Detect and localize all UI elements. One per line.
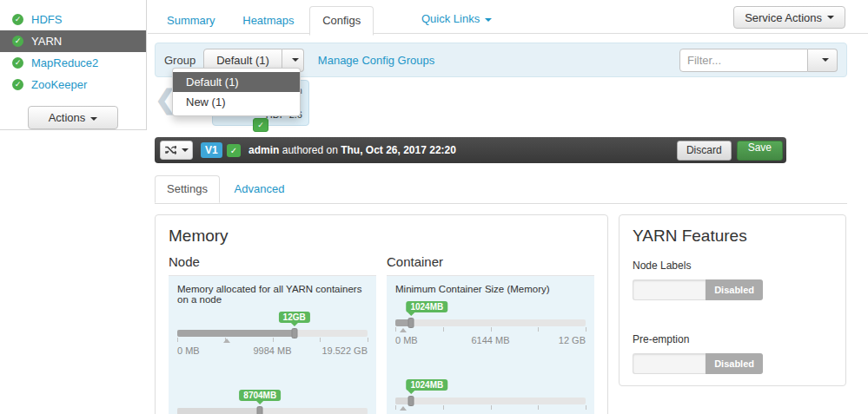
- service-health-ok-icon: [12, 14, 23, 25]
- version-authored-text: admin authored on Thu, Oct 26, 2017 22:2…: [248, 144, 456, 156]
- caret-down-icon: [182, 148, 189, 152]
- container-column: Container Minimum Container Size (Memory…: [387, 254, 594, 414]
- tab-configs[interactable]: Configs: [309, 6, 374, 36]
- actions-dropdown-button[interactable]: Actions: [28, 106, 118, 129]
- node-column: Node Memory allocated for all YARN conta…: [169, 254, 376, 414]
- yarn-features-panel: YARN Features Node Labels Disabled Pre-e…: [619, 214, 846, 386]
- toggle-state-label: Disabled: [706, 279, 763, 300]
- authored-on-text: authored on: [282, 144, 338, 156]
- container-size-slider: 1024MB 0 MB 6144 M: [395, 301, 586, 352]
- slider-tick: [395, 405, 396, 410]
- current-version-check-icon: [253, 118, 268, 132]
- sidebar-item-mapreduce2[interactable]: MapReduce2: [0, 52, 146, 74]
- slider-tick: [368, 338, 368, 342]
- compare-versions-button[interactable]: [160, 141, 193, 160]
- authored-date: Thu, Oct 26, 2017 22:20: [341, 144, 456, 156]
- container-config-box: Minimum Container Size (Memory) 1024MB: [387, 276, 594, 414]
- author-name: admin: [248, 144, 279, 156]
- default-value-marker: [400, 328, 407, 332]
- config-tab-bar: Settings Advanced: [155, 175, 847, 204]
- sidebar-item-label: ZooKeeper: [31, 78, 87, 91]
- slider-value-badge: 8704MB: [239, 390, 281, 401]
- service-tab-bar: Summary Heatmaps Configs Quick Links Ser…: [148, 0, 868, 34]
- node-column-title: Node: [169, 254, 376, 276]
- slider-track[interactable]: [395, 319, 586, 326]
- version-info-bar: V1 admin authored on Thu, Oct 26, 2017 2…: [155, 137, 786, 163]
- slider-fill: [177, 408, 260, 414]
- caret-down-icon: [292, 58, 299, 62]
- slider-handle[interactable]: [408, 318, 414, 328]
- sidebar-item-hdfs[interactable]: HDFS: [0, 9, 146, 30]
- tab-advanced[interactable]: Advanced: [223, 176, 296, 202]
- caret-down-icon: [485, 18, 492, 22]
- toggle-state-label: Disabled: [706, 353, 763, 374]
- pre-emption-toggle[interactable]: Disabled: [633, 353, 763, 374]
- spacer: [633, 300, 832, 319]
- memory-panel: Memory Node Memory allocated for all YAR…: [155, 214, 608, 414]
- pre-emption-label: Pre-emption: [633, 333, 832, 345]
- slider-tick: [586, 327, 586, 332]
- node-memory-slider-new: 8704MB 0 MB 9984 M: [177, 390, 368, 414]
- version-badge: V1: [201, 142, 222, 158]
- sidebar-item-label: MapReduce2: [31, 56, 98, 69]
- container-column-title: Container: [387, 254, 594, 276]
- tab-heatmaps[interactable]: Heatmaps: [230, 7, 306, 35]
- memory-title: Memory: [169, 227, 594, 246]
- node-labels-toggle[interactable]: Disabled: [633, 279, 763, 300]
- filter-dropdown-button[interactable]: [808, 49, 838, 72]
- menu-item-new[interactable]: New (1): [173, 92, 300, 112]
- slider-tick: [395, 327, 396, 332]
- yarn-features-title: YARN Features: [633, 227, 832, 246]
- menu-item-default[interactable]: Default (1): [173, 72, 300, 92]
- current-check-icon: [227, 144, 241, 157]
- slider-tick-label: 19.522 GB: [321, 345, 368, 356]
- slider-tick: [491, 327, 492, 332]
- tab-summary[interactable]: Summary: [155, 7, 228, 35]
- sidebar-item-label: HDFS: [31, 13, 62, 26]
- slider-track[interactable]: [395, 398, 586, 404]
- slider-track[interactable]: [177, 330, 368, 337]
- slider-track[interactable]: [177, 408, 368, 414]
- slider-tick-label: 12 GB: [559, 335, 586, 345]
- caret-down-icon: [822, 58, 829, 62]
- tab-settings[interactable]: Settings: [155, 175, 220, 203]
- toggle-track: [633, 279, 706, 300]
- group-label: Group: [164, 54, 195, 67]
- slider-fill: [177, 330, 295, 337]
- service-health-ok-icon: [12, 57, 23, 69]
- service-health-ok-icon: [12, 36, 23, 47]
- discard-button[interactable]: Discard: [677, 141, 732, 161]
- slider-tick-label: 0 MB: [395, 335, 418, 345]
- caret-down-icon: [827, 16, 834, 19]
- container-size-description: Minimum Container Size (Memory): [395, 284, 586, 294]
- sidebar-item-zookeeper[interactable]: ZooKeeper: [0, 74, 146, 95]
- container-size-slider-new: 1024MB 0 MB 6144 M: [395, 379, 586, 414]
- slider-handle[interactable]: [408, 396, 414, 406]
- service-actions-button[interactable]: Service Actions: [733, 6, 845, 29]
- actions-button-label: Actions: [49, 111, 86, 124]
- memory-columns: Node Memory allocated for all YARN conta…: [169, 254, 594, 414]
- slider-tick: [273, 338, 274, 342]
- slider-handle[interactable]: [257, 406, 263, 414]
- config-group-menu: Default (1) New (1): [172, 68, 301, 116]
- save-button[interactable]: Save: [737, 141, 783, 161]
- slider-handle[interactable]: [291, 328, 297, 338]
- slider-tick-label: 0 MB: [177, 345, 200, 356]
- slider-tick: [320, 338, 321, 342]
- manage-config-groups-link[interactable]: Manage Config Groups: [318, 54, 434, 67]
- sidebar-item-yarn[interactable]: YARN: [0, 30, 146, 52]
- slider-tick-label: 6144 MB: [471, 335, 509, 345]
- quick-links-label: Quick Links: [421, 12, 480, 25]
- slider-tick: [491, 405, 492, 410]
- slider-tick: [586, 405, 586, 410]
- sidebar-item-label: YARN: [31, 35, 62, 48]
- quick-links-dropdown[interactable]: Quick Links: [421, 12, 492, 25]
- slider-tick: [443, 327, 444, 332]
- toggle-track: [633, 353, 706, 374]
- filter-input[interactable]: [679, 49, 808, 72]
- service-health-ok-icon: [12, 79, 23, 90]
- default-value-marker: [400, 406, 407, 411]
- slider-tick-label: 9984 MB: [253, 345, 291, 356]
- slider-tick: [538, 405, 539, 410]
- slider-value-badge: 12GB: [279, 312, 310, 323]
